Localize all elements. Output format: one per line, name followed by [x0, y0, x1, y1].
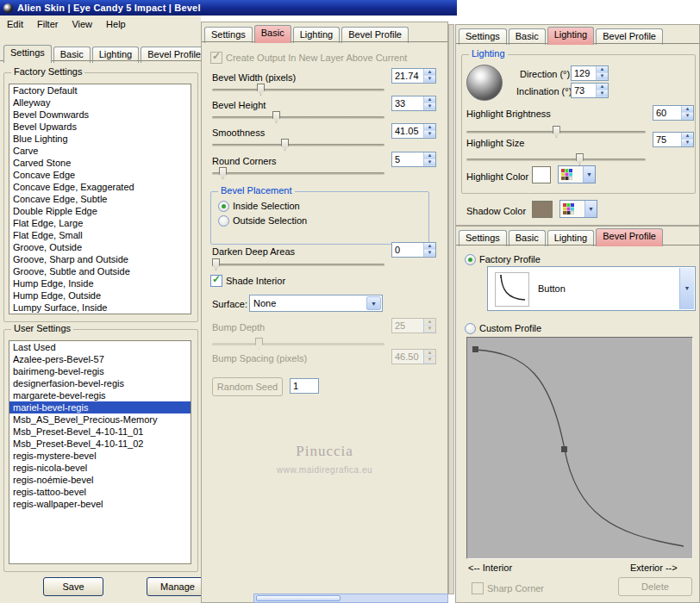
slider-track[interactable] [212, 172, 384, 175]
smoothness-spinner[interactable]: ▲▼ [423, 124, 435, 138]
highlight-size-value-text[interactable]: 75 [653, 133, 681, 146]
save-button[interactable]: Save [43, 577, 103, 596]
slider-thumb[interactable] [219, 167, 227, 179]
user-preset-item[interactable]: regis-wallpaper-bevel [9, 498, 191, 510]
smoothness-value[interactable]: 41.05 ▲▼ [391, 123, 436, 139]
smoothness-value-text[interactable]: 41.05 [392, 124, 423, 138]
inclination-value[interactable]: 73 ▲▼ [571, 83, 609, 98]
slider-thumb[interactable] [553, 126, 560, 138]
custom-profile-radio[interactable] [465, 323, 476, 334]
highlight-brightness-spinner[interactable]: ▲▼ [681, 106, 693, 120]
horizontal-scrollbar[interactable] [253, 594, 448, 603]
user-preset-item[interactable]: regis-nicola-bevel [9, 462, 191, 474]
direction-value[interactable]: 129 ▲▼ [571, 65, 609, 81]
slider-track[interactable] [466, 159, 646, 161]
factory-preset-item[interactable]: Blue Lighting [9, 133, 191, 145]
user-preset-item[interactable]: mariel-bevel-regis [9, 401, 191, 413]
bevel-width-value-text[interactable]: 21.74 [392, 69, 423, 83]
random-seed-value[interactable]: 1 [290, 378, 319, 394]
bevel-width-spinner[interactable]: ▲▼ [423, 69, 435, 83]
round-corners-spinner[interactable]: ▲▼ [423, 152, 435, 166]
factory-preset-item[interactable]: Concave Edge [9, 169, 191, 181]
factory-preset-item[interactable]: Groove, Outside [9, 241, 191, 253]
factory-settings-list[interactable]: Factory DefaultAlleywayBevel DownwardsBe… [9, 84, 191, 314]
shadow-color-picker-button[interactable]: ▼ [559, 200, 597, 218]
factory-preset-item[interactable]: Concave Edge, Exaggerated [9, 181, 191, 193]
chevron-down-icon[interactable]: ▼ [366, 296, 381, 310]
manage-button[interactable]: Manage [147, 577, 209, 596]
slider-track[interactable] [212, 89, 384, 91]
chevron-down-icon[interactable]: ▼ [679, 268, 694, 309]
profile-curve[interactable] [467, 338, 692, 558]
chevron-down-icon[interactable]: ▼ [584, 201, 597, 217]
factory-preset-item[interactable]: Flat Edge, Large [9, 217, 191, 229]
smoothness-slider[interactable] [212, 139, 384, 151]
user-preset-item[interactable]: bairimeng-bevel-regis [9, 365, 191, 377]
bevel-height-value-text[interactable]: 33 [392, 96, 423, 110]
slider-thumb[interactable] [576, 153, 584, 165]
vertical-scrollbar[interactable] [448, 24, 454, 594]
user-preset-item[interactable]: margarete-bevel-regis [9, 389, 191, 401]
bevel-width-slider[interactable] [212, 84, 384, 96]
highlight-size-slider[interactable] [466, 153, 646, 165]
slider-thumb[interactable] [212, 258, 220, 270]
shade-interior-checkbox[interactable] [210, 275, 222, 287]
factory-preset-item[interactable]: Carve [9, 145, 191, 157]
factory-preset-item[interactable]: Bevel Upwards [9, 121, 191, 133]
highlight-size-spinner[interactable]: ▲▼ [681, 133, 693, 146]
spin-down-icon[interactable]: ▼ [424, 250, 435, 257]
bevel-width-value[interactable]: 21.74 ▲▼ [391, 68, 436, 84]
factory-preset-item[interactable]: Double Ripple Edge [9, 205, 191, 217]
round-corners-value-text[interactable]: 5 [392, 152, 423, 166]
highlight-color-swatch[interactable] [532, 166, 551, 183]
spin-up-icon[interactable]: ▲ [424, 152, 435, 159]
highlight-brightness-slider[interactable] [466, 126, 646, 138]
factory-preset-item[interactable]: Factory Default [9, 84, 191, 96]
highlight-color-picker-button[interactable]: ▼ [558, 165, 596, 183]
slider-thumb[interactable] [257, 84, 265, 96]
slider-track[interactable] [212, 144, 384, 146]
darken-value-text[interactable]: 0 [392, 243, 423, 257]
outside-selection-radio[interactable] [218, 215, 229, 227]
factory-preset-item[interactable]: Lumpy Surface, Inside [9, 302, 191, 314]
highlight-brightness-value[interactable]: 60 ▲▼ [653, 105, 694, 121]
spin-down-icon[interactable]: ▼ [597, 73, 608, 80]
spin-down-icon[interactable]: ▼ [597, 90, 608, 97]
user-preset-item[interactable]: regis-noémie-bevel [9, 474, 191, 486]
menu-help[interactable]: Help [99, 17, 133, 31]
title-bar[interactable]: Alien Skin | Eye Candy 5 Impact | Bevel [0, 0, 457, 16]
factory-profile-radio[interactable] [465, 254, 476, 265]
left-tab-settings[interactable]: Settings [3, 45, 52, 63]
user-preset-item[interactable]: Last Used [9, 341, 191, 353]
curve-handle[interactable] [561, 446, 567, 452]
slider-thumb[interactable] [272, 111, 280, 123]
lighting-panel-tab-lighting[interactable]: Lighting [547, 27, 595, 45]
horizontal-scrollbar-thumb[interactable] [256, 595, 341, 601]
direction-value-text[interactable]: 129 [572, 66, 596, 80]
bevel-height-spinner[interactable]: ▲▼ [423, 96, 435, 110]
shadow-color-swatch[interactable] [532, 201, 553, 218]
spin-up-icon[interactable]: ▲ [597, 84, 608, 90]
spin-down-icon[interactable]: ▼ [424, 159, 435, 166]
darken-spinner[interactable]: ▲▼ [423, 243, 435, 257]
menu-filter[interactable]: Filter [30, 17, 65, 31]
basic-panel-tab-basic[interactable]: Basic [254, 25, 291, 43]
user-preset-item[interactable]: regis-mystere-bevel [9, 450, 191, 462]
surface-dropdown[interactable]: None ▼ [249, 295, 383, 312]
spin-up-icon[interactable]: ▲ [424, 69, 435, 76]
factory-preset-item[interactable]: Hump Edge, Outside [9, 289, 191, 302]
spin-up-icon[interactable]: ▲ [682, 133, 693, 140]
factory-preset-item[interactable]: Bevel Downwards [9, 109, 191, 121]
round-corners-slider[interactable] [212, 167, 384, 179]
highlight-size-value[interactable]: 75 ▲▼ [653, 132, 694, 147]
slider-track[interactable] [212, 116, 384, 119]
bevel-height-slider[interactable] [212, 111, 384, 123]
slider-track[interactable] [212, 264, 384, 266]
menu-edit[interactable]: Edit [0, 17, 30, 31]
factory-preset-item[interactable]: Flat Edge, Small [9, 229, 191, 241]
inclination-value-text[interactable]: 73 [572, 84, 596, 97]
spin-up-icon[interactable]: ▲ [424, 124, 435, 131]
curve-handle[interactable] [472, 346, 478, 352]
inclination-spinner[interactable]: ▲▼ [596, 84, 608, 97]
menu-view[interactable]: View [65, 17, 99, 31]
